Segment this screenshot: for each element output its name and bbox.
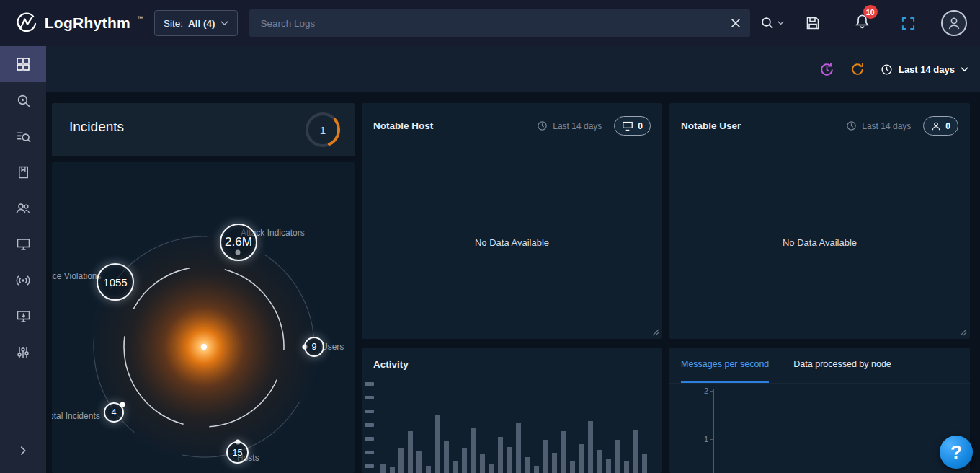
notable-host-title: Notable Host [373, 120, 433, 131]
monitor-icon [16, 237, 31, 252]
investigate-icon [16, 93, 31, 108]
topbar-actions: 10 [750, 10, 967, 36]
activity-bar [471, 428, 476, 473]
incidents-gauge-value: 1 [306, 112, 340, 147]
activity-axis-labels [365, 382, 374, 473]
search-input[interactable] [249, 9, 750, 37]
activity-bar [525, 457, 530, 473]
notable-user-empty-state: No Data Available [669, 237, 970, 248]
axis-dash [365, 464, 374, 468]
activity-bar-chart [380, 378, 655, 473]
sidebar-item-dashboards[interactable] [0, 46, 46, 82]
save-search-button[interactable] [806, 16, 820, 30]
y-axis-tick-label: 2 [697, 386, 708, 395]
activity-title: Activity [373, 359, 409, 370]
refresh-button[interactable] [850, 62, 865, 76]
notable-host-widget: Notable Host Last 14 days 0 No Data Avai… [362, 103, 662, 339]
sidebar-expand-button[interactable] [0, 433, 46, 469]
fullscreen-icon [901, 17, 915, 30]
sidebar-item-deployment[interactable] [0, 299, 46, 335]
notable-user-title: Notable User [681, 120, 741, 131]
chevron-down-icon [778, 21, 784, 25]
clock-icon [846, 120, 857, 131]
monitor-icon [622, 121, 633, 131]
node-label-compliance-violations: Compliance Violations [52, 271, 102, 281]
incidents-title: Incidents [69, 119, 124, 135]
incidents-widget-header: Incidents 1 [52, 103, 355, 156]
y-axis-tick [710, 391, 713, 392]
sidebar-item-cases[interactable] [0, 154, 46, 190]
node-compliance-violations[interactable]: 1055 [97, 263, 134, 301]
broadcast-icon [15, 273, 31, 288]
activity-bar [507, 447, 512, 473]
sidebar-item-hosts[interactable] [0, 226, 46, 262]
node-attack-indicators[interactable]: 2.6M [220, 224, 257, 261]
resize-handle[interactable] [959, 328, 967, 336]
help-button[interactable]: ? [940, 436, 973, 469]
node-users[interactable]: 9 [304, 337, 324, 357]
user-menu-avatar[interactable] [941, 10, 967, 36]
notable-user-time-range: Last 14 days [862, 121, 911, 131]
time-range-label: Last 14 days [899, 64, 955, 75]
incidents-gauge: 1 [306, 112, 340, 147]
sidebar-item-settings[interactable] [0, 335, 46, 371]
sidebar-item-investigate[interactable] [0, 82, 46, 118]
deployment-icon [16, 309, 31, 324]
fullscreen-button[interactable] [901, 17, 915, 30]
clear-search-icon[interactable] [729, 16, 743, 30]
activity-bar [642, 454, 647, 473]
axis-dash [365, 437, 374, 441]
dashboard-toolbar: Last 14 days [46, 46, 980, 92]
performance-chart: 2 1 [669, 384, 970, 473]
notifications-button[interactable]: 10 [855, 14, 870, 32]
notable-user-count: 0 [945, 121, 950, 131]
history-restore-button[interactable] [819, 62, 834, 77]
notable-host-time-range: Last 14 days [553, 121, 602, 131]
notable-user-count-badge[interactable]: 0 [923, 116, 958, 136]
clock-icon [881, 63, 893, 76]
axis-dash [365, 396, 374, 399]
notable-host-count-badge[interactable]: 0 [614, 116, 651, 136]
notification-badge: 10 [863, 5, 878, 19]
notable-user-widget: Notable User Last 14 days 0 No Data Avai… [669, 103, 970, 339]
resize-handle[interactable] [651, 328, 659, 336]
sidebar-item-community[interactable] [0, 190, 46, 226]
axis-dash [365, 382, 374, 386]
activity-bar [480, 454, 485, 473]
search-field [249, 9, 750, 37]
sidebar-item-searches[interactable] [0, 118, 46, 154]
site-label: Site: [164, 18, 183, 29]
tab-data-processed-by-node[interactable]: Data processed by node [793, 348, 891, 383]
performance-widget: Messages per second Data processed by no… [669, 348, 970, 473]
activity-bar [489, 464, 494, 473]
search-list-icon [16, 129, 31, 144]
activity-bar [435, 415, 440, 473]
chevron-down-icon [961, 67, 968, 72]
time-range-selector[interactable]: Last 14 days [881, 63, 968, 76]
top-bar: LogRhythm ™ Site: All (4) [0, 0, 980, 46]
sidebar-item-alarms[interactable] [0, 262, 46, 299]
node-total-incidents[interactable]: 4 [104, 402, 124, 423]
orbit-center-dot [201, 344, 207, 350]
activity-bar [543, 440, 548, 473]
performance-tabs: Messages per second Data processed by no… [669, 348, 970, 384]
activity-bar [561, 431, 566, 473]
chevron-right-icon [17, 444, 30, 457]
node-hosts[interactable]: 15 [226, 441, 249, 464]
axis-dash [365, 423, 374, 427]
save-icon [806, 16, 820, 30]
site-selector[interactable]: Site: All (4) [154, 10, 238, 36]
clock-icon [537, 120, 548, 131]
activity-widget: Activity [362, 348, 662, 473]
y-axis-line [713, 389, 714, 473]
y-axis-tick [710, 439, 713, 440]
activity-bar [408, 431, 413, 473]
activity-bar [624, 461, 629, 473]
tab-messages-per-second[interactable]: Messages per second [681, 348, 769, 383]
search-options-button[interactable] [760, 16, 784, 30]
people-icon [15, 201, 31, 216]
activity-bar [416, 451, 422, 473]
activity-bar [380, 464, 386, 473]
notable-host-count: 0 [638, 121, 643, 131]
logrhythm-logo: LogRhythm ™ [13, 12, 143, 34]
